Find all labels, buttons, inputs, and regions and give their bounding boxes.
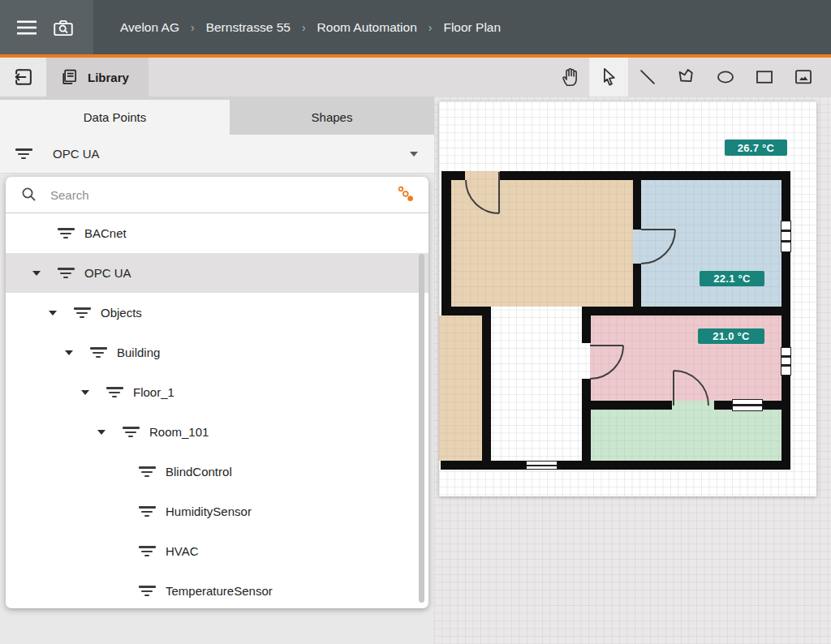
floor-plan-page[interactable]: 26.7 °C 22.1 °C 21.0 °C — [439, 101, 816, 496]
breadcrumb: Avelon AG›Bernstrasse 55›Room Automation… — [120, 20, 501, 35]
wall[interactable] — [441, 461, 790, 470]
tree-item-label: HumiditySensor — [166, 504, 252, 518]
breadcrumb-separator: › — [302, 21, 306, 34]
breadcrumb-separator: › — [191, 21, 195, 34]
tree-item-label: HVAC — [166, 544, 199, 558]
tree-scrollbar[interactable] — [419, 254, 424, 603]
top-bar: Avelon AG›Bernstrasse 55›Room Automation… — [0, 0, 831, 54]
tree-item-label: Objects — [101, 306, 142, 320]
chevron-down-icon — [410, 152, 418, 157]
rectangle-tool-button[interactable] — [745, 58, 784, 97]
wall[interactable] — [441, 171, 451, 316]
wall[interactable] — [441, 307, 491, 316]
radiator-symbol[interactable] — [732, 399, 763, 411]
window-symbol[interactable] — [781, 221, 791, 252]
panel-tabs: Data Points Shapes — [0, 97, 434, 135]
device-search-button[interactable] — [52, 17, 75, 38]
tree-item-room-101[interactable]: Room_101 — [6, 412, 428, 452]
hand-tool-button[interactable] — [550, 58, 589, 97]
library-button[interactable]: Library — [46, 58, 149, 97]
datapoint-icon — [138, 546, 156, 556]
datapoint-source-selector[interactable]: OPC UA — [0, 135, 434, 174]
tree-item-blindcontrol[interactable]: BlindControl — [6, 452, 428, 492]
briefcase-search-icon — [52, 17, 75, 38]
tree-item-label: Room_101 — [149, 425, 209, 439]
datapoint-icon — [138, 466, 156, 477]
exit-icon — [13, 67, 34, 88]
tab-data-points[interactable]: Data Points — [0, 100, 230, 135]
breadcrumb-item[interactable]: Floor Plan — [443, 20, 501, 35]
wall[interactable] — [633, 171, 641, 230]
room-green[interactable] — [590, 410, 781, 461]
hamburger-menu-button[interactable] — [16, 19, 37, 36]
library-icon — [58, 67, 79, 87]
window-symbol[interactable] — [526, 461, 558, 470]
room-blue[interactable] — [641, 180, 781, 307]
ellipse-tool-icon — [715, 67, 736, 88]
wall[interactable] — [582, 307, 790, 316]
tree-item-opc-ua[interactable]: OPC UA — [6, 253, 428, 293]
search-icon — [20, 186, 38, 204]
tree-item-temperaturesensor[interactable]: TemperatureSensor — [6, 571, 428, 608]
tree-item-label: BACnet — [84, 226, 127, 240]
tree-item-bacnet[interactable]: BACnet — [6, 213, 428, 253]
wall[interactable] — [582, 401, 672, 410]
chevron-down-icon[interactable] — [61, 350, 77, 355]
library-panel: Data Points Shapes OPC UA — [0, 97, 434, 644]
temperature-badge[interactable]: 22.1 °C — [700, 271, 764, 286]
floor-plan-canvas[interactable]: 26.7 °C 22.1 °C 21.0 °C — [434, 97, 831, 644]
datapoint-icon — [105, 387, 123, 397]
room-beige-strip[interactable] — [439, 316, 482, 461]
search-input[interactable] — [50, 188, 396, 202]
wall[interactable] — [582, 379, 591, 462]
line-tool-button[interactable] — [628, 58, 667, 97]
select-cursor-icon — [598, 67, 619, 88]
window-symbol[interactable] — [781, 347, 791, 376]
temperature-badge[interactable]: 21.0 °C — [698, 328, 764, 344]
wall[interactable] — [781, 171, 790, 469]
datapoint-icon — [138, 506, 156, 517]
chevron-down-icon[interactable] — [45, 311, 61, 316]
tree-item-hvac[interactable]: HVAC — [6, 531, 428, 571]
drawing-tools — [550, 58, 823, 97]
tree-item-floor-1[interactable]: Floor_1 — [6, 372, 428, 412]
tree-item-label: TemperatureSensor — [166, 584, 273, 598]
datapoint-icon — [73, 307, 91, 318]
temperature-badge[interactable]: 26.7 °C — [725, 140, 787, 156]
tree-item-building[interactable]: Building — [6, 333, 428, 372]
chevron-down-icon[interactable] — [77, 390, 93, 395]
breadcrumb-item[interactable]: Bernstrasse 55 — [206, 20, 291, 35]
tree-item-label: Building — [117, 346, 160, 359]
linked-datapoints-icon[interactable] — [396, 185, 416, 204]
image-tool-button[interactable] — [784, 58, 823, 97]
room-beige-doorgap — [465, 171, 500, 180]
datapoint-tree: BACnetOPC UAObjectsBuildingFloor_1Room_1… — [6, 213, 428, 608]
rectangle-tool-icon — [754, 67, 775, 88]
chevron-down-icon[interactable] — [28, 271, 45, 276]
breadcrumb-item[interactable]: Avelon AG — [120, 20, 179, 35]
exit-editor-button[interactable] — [0, 58, 46, 97]
hamburger-menu-icon — [16, 19, 37, 36]
wall[interactable] — [500, 171, 790, 180]
image-tool-icon — [793, 67, 814, 88]
wall[interactable] — [633, 264, 641, 316]
datapoint-icon — [57, 228, 75, 238]
polygon-tool-icon — [676, 67, 697, 88]
main-area: Data Points Shapes OPC UA — [0, 97, 831, 644]
datapoint-source-icon — [15, 148, 32, 159]
polygon-tool-button[interactable] — [667, 58, 706, 97]
select-tool-button[interactable] — [589, 58, 628, 97]
breadcrumb-separator: › — [428, 21, 433, 34]
tab-shapes[interactable]: Shapes — [230, 100, 434, 135]
hand-pan-icon — [559, 67, 580, 88]
wall[interactable] — [482, 316, 491, 462]
wall[interactable] — [582, 316, 591, 343]
room-beige[interactable] — [451, 180, 633, 307]
editor-toolbar: Library — [0, 58, 831, 97]
tree-item-humiditysensor[interactable]: HumiditySensor — [6, 492, 428, 531]
breadcrumb-item[interactable]: Room Automation — [317, 20, 417, 35]
chevron-down-icon[interactable] — [93, 430, 110, 435]
datapoint-icon — [138, 586, 156, 596]
ellipse-tool-button[interactable] — [706, 58, 745, 97]
tree-item-objects[interactable]: Objects — [6, 293, 428, 333]
